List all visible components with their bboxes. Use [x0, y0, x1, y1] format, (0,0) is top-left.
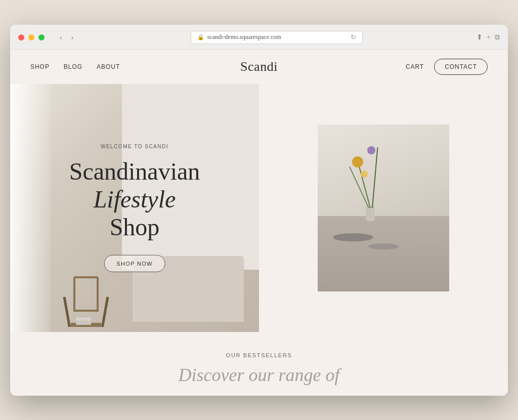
plate-decoration-1	[333, 233, 373, 241]
book-item	[76, 317, 91, 321]
hero-interior-image: WELCOME TO SCANDI Scandinavian Lifestyle…	[10, 84, 259, 332]
nav-about-link[interactable]: ABOUT	[97, 63, 120, 70]
browser-action-icons: ⬆ + ⧉	[477, 33, 500, 41]
shop-now-button[interactable]: SHOP NOW	[104, 255, 165, 272]
vase	[366, 206, 375, 221]
address-bar-container: 🔒 scandi-demo.squarespace.com ↻	[80, 31, 472, 44]
chair-leg-right	[101, 297, 109, 327]
new-tab-icon[interactable]: +	[487, 33, 491, 41]
hero-title-line1: Scandinavian	[69, 157, 200, 184]
share-icon[interactable]: ⬆	[477, 33, 483, 41]
fullscreen-button-icon[interactable]	[38, 34, 45, 40]
site-logo[interactable]: Scandi	[240, 59, 278, 74]
reload-icon[interactable]: ↻	[351, 33, 356, 41]
plate-decoration-2	[368, 243, 399, 249]
bestsellers-section: OUR BESTSELLERS Discover our range of	[10, 332, 508, 396]
books-stack	[76, 310, 94, 325]
browser-window: ‹ › 🔒 scandi-demo.squarespace.com ↻ ⬆ + …	[10, 25, 508, 396]
flower-head-3	[361, 171, 368, 178]
product-image	[318, 124, 449, 291]
back-button[interactable]: ‹	[57, 32, 65, 43]
tabs-overview-icon[interactable]: ⧉	[495, 33, 500, 41]
chair-backrest	[73, 276, 99, 312]
flower-head-1	[352, 156, 363, 167]
hero-title-italic: Lifestyle	[94, 185, 176, 212]
nav-blog-link[interactable]: BLOG	[64, 63, 82, 70]
book-item	[76, 321, 91, 325]
flowers-scene	[318, 124, 449, 291]
chair-leg-left	[63, 297, 71, 327]
hero-section: WELCOME TO SCANDI Scandinavian Lifestyle…	[10, 84, 508, 332]
flower-head-2	[367, 146, 375, 154]
cart-link[interactable]: CART	[406, 63, 424, 70]
nav-right: CART CONTACT	[406, 59, 488, 75]
forward-button[interactable]: ›	[68, 32, 77, 43]
bestsellers-label: OUR BESTSELLERS	[30, 352, 488, 358]
address-bar[interactable]: 🔒 scandi-demo.squarespace.com ↻	[191, 31, 363, 44]
nav-shop-link[interactable]: SHOP	[30, 63, 50, 70]
hero-overlay-content: WELCOME TO SCANDI Scandinavian Lifestyle…	[69, 143, 200, 272]
nav-left: SHOP BLOG ABOUT	[30, 63, 120, 70]
bestsellers-title: Discover our range of	[30, 364, 488, 386]
website-content: SHOP BLOG ABOUT Scandi CART CONTACT	[10, 50, 508, 396]
close-button-icon[interactable]	[18, 34, 24, 40]
lock-icon: 🔒	[197, 34, 204, 40]
hero-image-right	[259, 84, 508, 332]
browser-chrome: ‹ › 🔒 scandi-demo.squarespace.com ↻ ⬆ + …	[10, 25, 508, 50]
main-nav: SHOP BLOG ABOUT Scandi CART CONTACT	[10, 50, 508, 84]
contact-button[interactable]: CONTACT	[434, 59, 488, 75]
hero-title: Scandinavian Lifestyle Shop	[69, 157, 200, 241]
url-text: scandi-demo.squarespace.com	[207, 33, 281, 41]
table-surface	[318, 216, 449, 291]
curtain-decoration	[10, 84, 51, 332]
hero-title-regular: Shop	[110, 214, 160, 240]
flower-stem-2	[372, 147, 378, 208]
hero-image-left: WELCOME TO SCANDI Scandinavian Lifestyle…	[10, 84, 259, 332]
browser-nav-buttons: ‹ ›	[57, 32, 76, 43]
hero-subtitle: WELCOME TO SCANDI	[69, 143, 200, 149]
minimize-button-icon[interactable]	[28, 34, 34, 40]
browser-controls-bar: ‹ › 🔒 scandi-demo.squarespace.com ↻ ⬆ + …	[18, 31, 500, 44]
